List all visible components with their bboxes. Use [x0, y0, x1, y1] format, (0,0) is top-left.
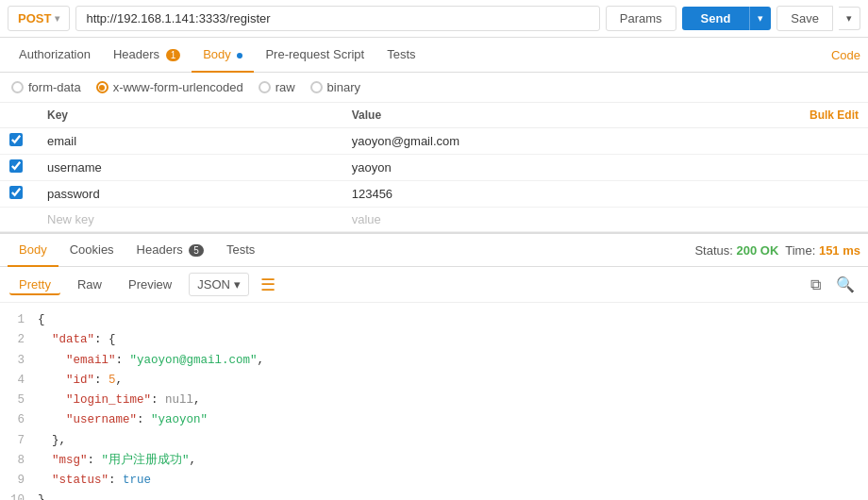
- view-tab-preview[interactable]: Preview: [119, 274, 181, 295]
- table-row: username yaoyon: [0, 155, 868, 181]
- row-checkbox-password[interactable]: [9, 186, 23, 199]
- send-button-group: Send ▾: [682, 7, 772, 30]
- send-button[interactable]: Send: [682, 7, 750, 30]
- body-type-raw[interactable]: raw: [259, 80, 295, 94]
- bulk-edit-button[interactable]: Bulk Edit: [561, 103, 868, 128]
- radio-raw: [259, 81, 271, 93]
- value-username: yaoyon: [352, 160, 392, 175]
- method-chevron-icon: ▾: [55, 13, 59, 24]
- tab-authorization[interactable]: Authorization: [8, 38, 102, 73]
- response-tabs: Body Cookies Headers 5 Tests Status: 200…: [0, 234, 868, 267]
- save-button[interactable]: Save: [776, 6, 833, 31]
- json-line-6: 6 "username": "yaoyon": [0, 410, 868, 430]
- body-dot: [237, 53, 242, 58]
- save-dropdown-chevron[interactable]: ▾: [839, 7, 860, 30]
- radio-formdata: [11, 81, 24, 93]
- view-bar-actions: ⧉ 🔍: [807, 274, 859, 295]
- view-tab-raw[interactable]: Raw: [68, 274, 111, 295]
- json-line-1: 1 {: [0, 310, 868, 330]
- resp-tab-tests[interactable]: Tests: [215, 234, 266, 267]
- json-line-5: 5 "login_time": null,: [0, 391, 868, 410]
- response-section: Body Cookies Headers 5 Tests Status: 200…: [0, 232, 868, 500]
- json-line-9: 9 "status": true: [0, 471, 868, 491]
- col-value: Value: [342, 103, 561, 128]
- response-time: 151 ms: [819, 243, 860, 258]
- col-key: Key: [38, 103, 342, 128]
- resp-tab-cookies[interactable]: Cookies: [58, 234, 125, 267]
- new-value-placeholder[interactable]: value: [352, 212, 381, 226]
- format-label: JSON: [197, 277, 230, 292]
- headers-badge: 1: [166, 49, 181, 61]
- method-dropdown[interactable]: POST ▾: [8, 6, 70, 31]
- value-password: 123456: [352, 187, 392, 201]
- body-type-selector: form-data x-www-form-urlencoded raw bina…: [0, 73, 868, 103]
- json-line-10: 10 }: [0, 491, 868, 500]
- code-link[interactable]: Code: [831, 48, 860, 62]
- request-tabs: Authorization Headers 1 Body Pre-request…: [0, 38, 868, 73]
- key-password: password: [47, 187, 100, 201]
- new-row: New key value: [0, 208, 868, 232]
- copy-button[interactable]: ⧉: [807, 274, 825, 295]
- format-select[interactable]: JSON ▾: [189, 273, 249, 296]
- radio-binary: [310, 81, 323, 93]
- new-key-placeholder[interactable]: New key: [47, 212, 94, 226]
- row-checkbox-email[interactable]: [9, 133, 23, 146]
- method-label: POST: [18, 11, 51, 25]
- params-button[interactable]: Params: [606, 6, 676, 31]
- json-output: 1 { 2 "data": { 3 "email": "yaoyon@gmail…: [0, 303, 868, 500]
- value-email: yaoyon@gmail.com: [352, 134, 459, 148]
- body-type-binary[interactable]: binary: [310, 80, 360, 94]
- tab-headers[interactable]: Headers 1: [102, 38, 192, 73]
- json-line-4: 4 "id": 5,: [0, 371, 868, 391]
- json-line-8: 8 "msg": "用户注册成功",: [0, 451, 868, 471]
- wrap-icon[interactable]: ☰: [260, 275, 275, 295]
- status-code: 200 OK: [736, 243, 778, 258]
- key-email: email: [47, 134, 76, 148]
- json-line-2: 2 "data": {: [0, 330, 868, 350]
- json-line-7: 7 },: [0, 431, 868, 451]
- resp-tab-body[interactable]: Body: [8, 234, 58, 267]
- top-bar: POST ▾ Params Send ▾ Save ▾: [0, 0, 868, 38]
- resp-tab-headers[interactable]: Headers 5: [125, 234, 215, 267]
- row-checkbox-username[interactable]: [9, 159, 23, 173]
- view-tab-pretty[interactable]: Pretty: [9, 274, 60, 295]
- status-info: Status: 200 OK Time: 151 ms: [694, 243, 860, 258]
- resp-headers-badge: 5: [189, 244, 204, 257]
- body-type-urlencoded[interactable]: x-www-form-urlencoded: [96, 80, 243, 94]
- tab-prerequest[interactable]: Pre-request Script: [254, 38, 376, 73]
- search-button[interactable]: 🔍: [832, 274, 859, 295]
- url-input[interactable]: [75, 6, 599, 31]
- body-type-formdata[interactable]: form-data: [11, 80, 81, 94]
- form-table: Key Value Bulk Edit email yaoyon@gmail.c…: [0, 103, 868, 232]
- table-row: email yaoyon@gmail.com: [0, 128, 868, 155]
- json-line-3: 3 "email": "yaoyon@gmail.com",: [0, 351, 868, 371]
- key-username: username: [47, 160, 102, 175]
- radio-urlencoded: [96, 81, 108, 93]
- table-row: password 123456: [0, 181, 868, 208]
- table-header-row: Key Value Bulk Edit: [0, 103, 868, 128]
- view-bar: Pretty Raw Preview JSON ▾ ☰ ⧉ 🔍: [0, 267, 868, 303]
- format-chevron-icon: ▾: [234, 277, 241, 292]
- tab-body[interactable]: Body: [192, 38, 254, 73]
- send-dropdown-chevron[interactable]: ▾: [749, 7, 771, 30]
- tab-tests[interactable]: Tests: [376, 38, 426, 73]
